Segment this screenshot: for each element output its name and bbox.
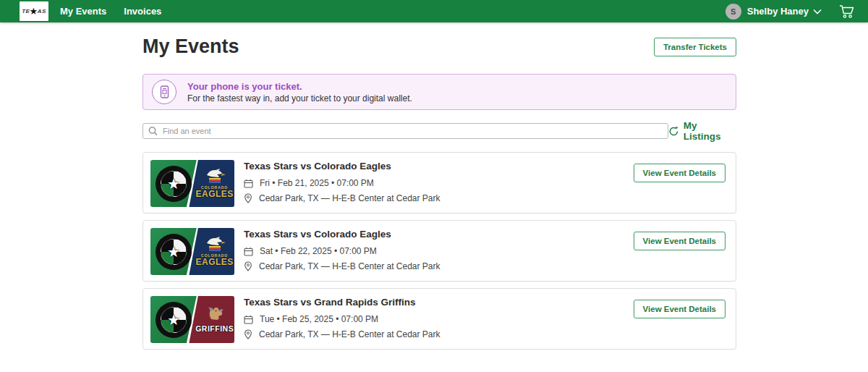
texas-stars-logo: ★: [156, 302, 192, 338]
event-location-row: Cedar Park, TX — H-E-B Center at Cedar P…: [244, 329, 441, 339]
event-info: Texas Stars vs Colorado Eagles Sat • Feb…: [244, 228, 441, 274]
event-title[interactable]: Texas Stars vs Colorado Eagles: [244, 161, 441, 172]
search-input[interactable]: [142, 123, 668, 139]
event-location-row: Cedar Park, TX — H-E-B Center at Cedar P…: [244, 193, 441, 203]
transfer-tickets-button[interactable]: Transfer Tickets: [654, 38, 736, 56]
location-pin-icon: [244, 193, 252, 203]
event-card: COLORADO EAGLES ★ Texas Stars vs Colorad…: [142, 220, 736, 282]
star-icon: ★: [167, 313, 180, 327]
texas-stars-logo: ★: [156, 234, 192, 270]
chevron-down-icon[interactable]: [813, 9, 822, 14]
calendar-icon: [244, 247, 253, 256]
notice-subtitle: For the fastest way in, add your ticket …: [187, 93, 412, 103]
event-list: COLORADO EAGLES ★ Texas Stars vs Colorad…: [142, 152, 736, 350]
search-wrap: [142, 123, 668, 139]
opponent-name-label: EAGLES: [196, 190, 234, 199]
griffin-icon: [204, 306, 226, 325]
event-title[interactable]: Texas Stars vs Grand Rapids Griffins: [244, 297, 441, 308]
title-row: My Events Transfer Tickets: [142, 35, 736, 58]
event-location: Cedar Park, TX — H-E-B Center at Cedar P…: [259, 193, 441, 203]
opponent-name-label: GRIFFINS: [195, 325, 234, 334]
event-datetime: Sat • Feb 22, 2025 • 07:00 PM: [260, 246, 377, 256]
star-icon: ★: [167, 245, 180, 259]
eagle-icon: [203, 168, 227, 184]
event-info: Texas Stars vs Colorado Eagles Fri • Feb…: [244, 160, 441, 206]
notice-title: Your phone is your ticket.: [187, 81, 412, 92]
location-pin-icon: [244, 261, 252, 271]
search-icon: [148, 127, 158, 136]
page-title: My Events: [142, 35, 239, 58]
user-avatar[interactable]: S: [726, 4, 741, 20]
my-listings-label: My Listings: [684, 120, 736, 142]
location-pin-icon: [244, 329, 252, 339]
brand-wordmark: TE★AS: [22, 7, 46, 16]
notice-text: Your phone is your ticket. For the faste…: [187, 81, 412, 103]
my-listings-link[interactable]: My Listings: [668, 120, 736, 142]
event-thumbnail[interactable]: COLORADO EAGLES ★: [150, 160, 234, 207]
event-thumbnail[interactable]: COLORADO EAGLES ★: [150, 228, 234, 275]
event-card: COLORADO EAGLES ★ Texas Stars vs Colorad…: [142, 152, 736, 214]
texas-stars-logo: ★: [156, 166, 192, 202]
event-datetime-row: Sat • Feb 22, 2025 • 07:00 PM: [244, 246, 441, 256]
nav-my-events[interactable]: My Events: [60, 6, 106, 17]
event-info: Texas Stars vs Grand Rapids Griffins Tue…: [244, 296, 441, 342]
eagle-icon: [203, 236, 227, 252]
main-content: My Events Transfer Tickets Your phone is…: [142, 35, 736, 350]
view-event-details-button[interactable]: View Event Details: [634, 300, 726, 318]
view-event-details-button[interactable]: View Event Details: [634, 232, 726, 250]
cart-icon[interactable]: [839, 4, 855, 19]
phone-ticket-notice: Your phone is your ticket. For the faste…: [142, 74, 736, 110]
calendar-icon: [244, 315, 253, 324]
event-datetime: Fri • Feb 21, 2025 • 07:00 PM: [260, 178, 374, 188]
brand-logo[interactable]: TE★AS: [20, 1, 48, 21]
event-location: Cedar Park, TX — H-E-B Center at Cedar P…: [259, 261, 441, 271]
user-name[interactable]: Shelby Haney: [747, 6, 809, 17]
event-datetime-row: Fri • Feb 21, 2025 • 07:00 PM: [244, 178, 441, 188]
refresh-icon: [668, 126, 679, 137]
view-event-details-button[interactable]: View Event Details: [634, 164, 726, 182]
event-card: GRIFFINS ★ Texas Stars vs Grand Rapids G…: [142, 288, 736, 350]
nav-invoices[interactable]: Invoices: [124, 6, 161, 17]
event-datetime: Tue • Feb 25, 2025 • 07:00 PM: [260, 314, 378, 324]
calendar-icon: [244, 179, 253, 188]
event-location-row: Cedar Park, TX — H-E-B Center at Cedar P…: [244, 261, 441, 271]
opponent-name-label: EAGLES: [196, 258, 234, 267]
search-row: My Listings: [142, 120, 736, 142]
header-right: S Shelby Haney: [726, 4, 855, 20]
app-header: TE★AS My Events Invoices S Shelby Haney: [0, 0, 868, 22]
event-title[interactable]: Texas Stars vs Colorado Eagles: [244, 229, 441, 240]
event-location: Cedar Park, TX — H-E-B Center at Cedar P…: [259, 329, 441, 339]
star-icon: ★: [167, 177, 180, 191]
event-thumbnail[interactable]: GRIFFINS ★: [150, 296, 234, 343]
event-datetime-row: Tue • Feb 25, 2025 • 07:00 PM: [244, 314, 441, 324]
phone-icon: [152, 80, 176, 104]
